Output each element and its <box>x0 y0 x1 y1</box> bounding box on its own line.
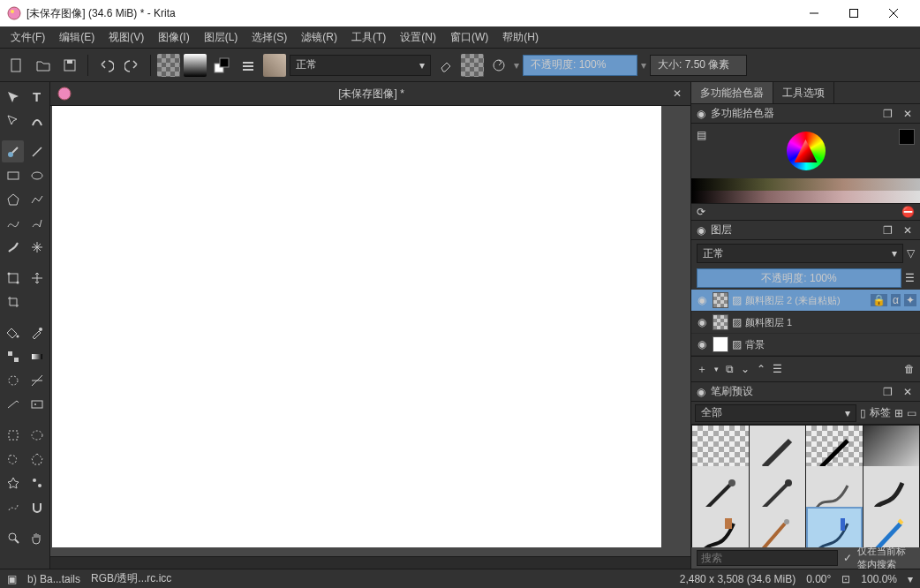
storage-icon[interactable]: ▭ <box>907 407 916 419</box>
gradient-button[interactable] <box>184 54 207 77</box>
freehand-select-tool[interactable] <box>2 448 24 470</box>
bezier-tool[interactable] <box>2 212 24 234</box>
polyline-tool[interactable] <box>26 188 48 210</box>
brush-settings-button[interactable] <box>237 54 260 77</box>
pattern-button[interactable] <box>157 54 180 77</box>
menu-settings[interactable]: 设置(N) <box>393 27 443 48</box>
open-file-button[interactable] <box>32 54 55 77</box>
dock-tab-tool-options[interactable]: 工具选项 <box>773 82 834 103</box>
color-picker-tool[interactable] <box>26 321 48 343</box>
menu-layer[interactable]: 图层(L) <box>197 27 245 48</box>
refresh-icon[interactable]: ⟳ <box>697 206 705 218</box>
visibility-icon[interactable]: ◉ <box>695 316 709 328</box>
layer-lock-icon[interactable]: 🔒 <box>871 294 887 306</box>
pan-tool[interactable] <box>26 526 48 548</box>
status-angle[interactable]: 0.00° <box>806 573 831 585</box>
menu-tools[interactable]: 工具(T) <box>344 27 393 48</box>
opacity-slider[interactable]: 不透明度: 100% <box>523 55 637 76</box>
brush-search-input[interactable] <box>697 550 838 566</box>
polygon-select-tool[interactable] <box>26 448 48 470</box>
gradient-tool[interactable] <box>26 345 48 367</box>
fill-tool[interactable] <box>2 321 24 343</box>
line-tool[interactable] <box>26 140 48 162</box>
selection-mode-icon[interactable]: ▣ <box>7 573 17 585</box>
blend-mode-combo[interactable]: 正常▾ <box>290 55 431 76</box>
reload-brush-button[interactable] <box>487 54 510 77</box>
magnetic-select-tool[interactable] <box>26 495 48 517</box>
crop-tool[interactable] <box>2 290 24 313</box>
ellipse-select-tool[interactable] <box>26 424 48 446</box>
calligraphy-tool[interactable] <box>26 109 48 132</box>
dynamic-brush-tool[interactable] <box>2 236 24 258</box>
close-dock-button[interactable]: ✕ <box>901 386 915 398</box>
canvas-viewport[interactable] <box>50 106 690 556</box>
assistant-tool[interactable] <box>26 369 48 391</box>
status-zoom[interactable]: 100.0% <box>861 573 897 585</box>
layer-name[interactable]: 颜料图层 2 (来自粘贴) <box>745 294 867 307</box>
bezier-select-tool[interactable] <box>2 495 24 517</box>
view-mode-icon[interactable]: ⊞ <box>894 407 903 419</box>
float-dock-button[interactable]: ❐ <box>880 224 895 237</box>
move-down-button[interactable]: ⌄ <box>741 363 750 375</box>
layer-row[interactable]: ◉ ▨ 背景 <box>691 334 920 356</box>
menu-view[interactable]: 视图(V) <box>102 27 151 48</box>
menu-edit[interactable]: 编辑(E) <box>52 27 102 48</box>
edit-shapes-tool[interactable] <box>2 109 24 132</box>
maximize-button[interactable] <box>833 0 873 26</box>
menu-file[interactable]: 文件(F) <box>4 27 52 48</box>
close-dock-button[interactable]: ✕ <box>901 108 915 120</box>
zoom-dropdown-icon[interactable]: ▾ <box>908 573 913 585</box>
color-menu-icon[interactable]: ▤ <box>697 129 706 141</box>
dock-tab-color[interactable]: 多功能拾色器 <box>691 82 773 103</box>
save-button[interactable] <box>58 54 81 77</box>
layer-props-button[interactable]: ☰ <box>773 363 782 375</box>
contiguous-select-tool[interactable] <box>2 471 24 494</box>
freehand-path-tool[interactable] <box>26 212 48 234</box>
color-history[interactable] <box>691 178 920 203</box>
visibility-icon[interactable]: ◉ <box>695 338 709 351</box>
brush-tool[interactable] <box>2 140 24 162</box>
visibility-icon[interactable]: ◉ <box>695 294 709 306</box>
layer-alpha-icon[interactable]: α <box>891 294 901 306</box>
canvas[interactable] <box>52 106 661 547</box>
delete-layer-button[interactable]: 🗑 <box>904 363 915 375</box>
move-layer-tool[interactable] <box>26 267 48 289</box>
brush-preset[interactable] <box>692 507 749 547</box>
menu-help[interactable]: 帮助(H) <box>495 27 546 48</box>
polygon-tool[interactable] <box>2 188 24 210</box>
menu-select[interactable]: 选择(S) <box>245 27 294 48</box>
color-swap-button[interactable] <box>210 54 233 77</box>
reference-tool[interactable] <box>26 393 48 415</box>
transform-tool[interactable] <box>2 267 24 289</box>
zoom-tool[interactable] <box>2 526 24 548</box>
layer-blend-combo[interactable]: 正常▾ <box>697 244 903 263</box>
undo-button[interactable] <box>94 54 117 77</box>
measure-tool[interactable] <box>2 393 24 415</box>
minimize-button[interactable] <box>794 0 833 26</box>
add-layer-button[interactable]: ＋ <box>697 362 707 377</box>
bookmark-icon[interactable]: ▯ <box>860 407 866 419</box>
redo-button[interactable] <box>121 54 144 77</box>
ellipse-tool[interactable] <box>26 164 48 186</box>
horizontal-scrollbar[interactable] <box>50 556 690 569</box>
current-color-swatch[interactable] <box>899 129 915 145</box>
brush-preset[interactable] <box>863 507 920 547</box>
pattern-edit-tool[interactable] <box>2 345 24 367</box>
zoom-fit-icon[interactable]: ⊡ <box>841 573 850 585</box>
document-tab-title[interactable]: [未保存图像] * <box>79 87 664 102</box>
duplicate-layer-button[interactable]: ⧉ <box>726 363 734 375</box>
document-tab-close[interactable]: ✕ <box>664 87 690 100</box>
menu-filter[interactable]: 滤镜(R) <box>294 27 344 48</box>
brush-tag-combo[interactable]: 全部▾ <box>695 404 856 422</box>
layer-name[interactable]: 颜料图层 1 <box>745 316 916 329</box>
eraser-mode-button[interactable] <box>434 54 457 77</box>
only-current-checkbox[interactable]: ✓ <box>843 552 852 564</box>
close-button[interactable] <box>873 0 913 26</box>
move-up-button[interactable]: ⌃ <box>757 363 765 375</box>
new-file-button[interactable] <box>5 54 28 77</box>
rectangle-tool[interactable] <box>2 164 24 186</box>
color-wheel[interactable] <box>787 132 826 170</box>
menu-image[interactable]: 图像(I) <box>151 27 196 48</box>
layer-extra-icon[interactable]: ✦ <box>904 294 916 306</box>
layer-row[interactable]: ◉ ▨ 颜料图层 2 (来自粘贴) 🔒 α ✦ <box>691 290 920 312</box>
